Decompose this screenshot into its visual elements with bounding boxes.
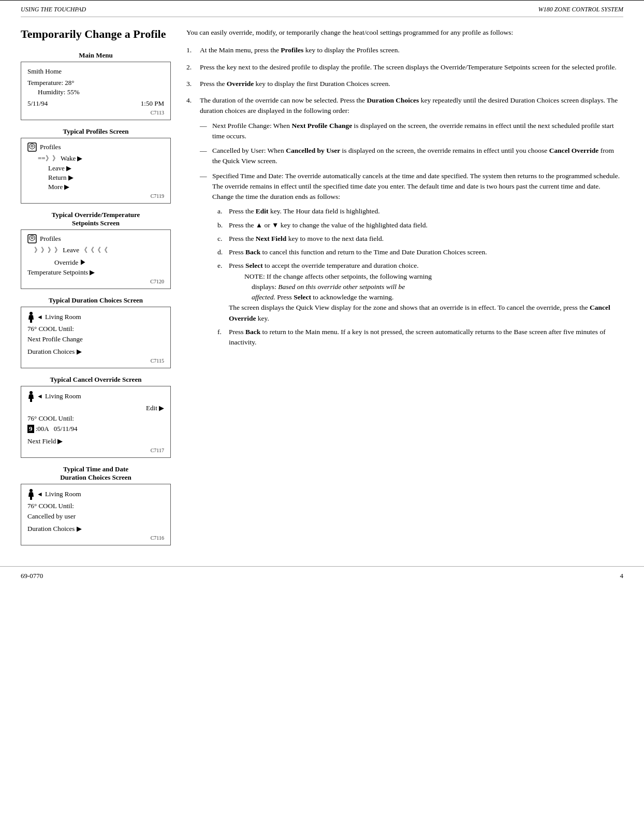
step-4-content: The duration of the override can now be … [200,95,623,355]
main-menu-time: 1:50 PM [141,99,164,108]
profiles-screen: Profiles ==》》 Wake ▶ Leave ▶ Return ▶ Mo… [21,138,171,204]
main-menu-date: 5/11/94 [27,99,48,108]
main-menu-smith: Smith Home [27,67,164,76]
duration-choice-2: — Cancelled by User: When Cancelled by U… [200,146,623,167]
cancel-room: Living Room [45,392,81,400]
alpha-e-bold2: Select [294,293,311,301]
svg-point-3 [31,237,33,239]
alpha-f-label: f. [217,327,229,348]
alpha-e-bold: Select [245,262,263,269]
cancel-screen: ◄ Living Room Edit ▶ 76° COOL Until: 9 :… [21,386,171,458]
alpha-d: d. Press Back to cancel this function an… [217,247,623,257]
alpha-e: e. Press Select to accept the override t… [217,261,623,324]
time-date-room: Living Room [45,490,81,498]
alpha-d-text: Press Back to cancel this function and r… [229,247,487,257]
profiles-more: More ▶ [27,183,164,191]
step-3: 3. Press the Override key to display the… [186,79,623,89]
dc2-bold2: Cancel Override [549,147,599,154]
alpha-d-label: d. [217,247,229,257]
step-1-num: 1. [186,45,200,55]
override-screen-label: Typical Override/Temperature Setpoints S… [21,211,171,227]
alpha-e-bold3: Cancel Override [229,304,610,322]
main-menu-screen: Smith Home Temperature: 28° Humidity: 55… [21,62,171,120]
footer-left: 69-0770 [21,572,43,580]
duration-choice-1: — Next Profile Change: When Next Profile… [200,121,623,142]
profiles-code: C7119 [27,193,164,199]
profiles-return: Return ▶ [27,174,164,182]
time-date-person-icon [27,488,35,500]
override-profiles-row: Profiles [27,234,164,243]
override-leave: 》》》》 Leave 《《《《 [27,246,164,255]
svg-point-1 [31,145,33,147]
time-date-temp: 76° COOL Until: [27,502,164,510]
step-2: 2. Press the key next to the desired pro… [186,62,623,73]
profiles-icon [27,142,37,152]
cancel-highlight: 9 [27,425,34,433]
time-date-screen: ◄ Living Room 76° COOL Until: Cancelled … [21,484,171,545]
alpha-c-bold: Next Field [256,235,287,242]
alpha-a: a. Press the Edit key. The Hour data fie… [217,206,623,217]
page-header: USING THE TOUCHPAD W180 ZONE CONTROL SYS… [0,0,644,17]
dash-1: — [200,121,212,142]
duration-temp: 76° COOL Until: [27,325,164,333]
cancel-code: C7117 [27,448,164,453]
alpha-b: b. Press the ▲ or ▼ key to change the va… [217,220,623,231]
cancel-edit-btn: Edit ▶ [27,404,164,412]
right-column: You can easily override, modify, or temp… [186,27,623,545]
duration-next-change: Next Profile Change [27,335,164,343]
step-1-bold-profiles: Profiles [281,46,303,54]
alpha-f-text: Press Back to return to the Main menu. I… [229,327,623,348]
alpha-f-bold: Back [245,328,260,336]
svg-point-4 [30,312,33,315]
profiles-leave: Leave ▶ [27,164,164,172]
main-menu-humidity: Humidity: 55% [27,88,164,96]
alpha-a-bold: Edit [256,207,269,215]
svg-point-5 [30,391,33,394]
override-profiles-text: Profiles [40,235,61,243]
override-code: C7120 [27,279,164,284]
time-date-screen-label: Typical Time and Date Duration Choices S… [21,465,171,482]
header-right: W180 ZONE CONTROL SYSTEM [538,6,623,13]
main-content: Temporarily Change a Profile Main Menu S… [0,17,644,556]
time-date-cancelled: Cancelled by user [27,512,164,521]
profiles-title-row: Profiles [27,142,164,152]
duration-screen: ◄ Living Room 76° COOL Until: Next Profi… [21,307,171,368]
cancel-time: 9 :00A 05/11/94 [27,425,164,433]
alpha-b-label: b. [217,220,229,231]
dc2-bold: Cancelled by User [286,147,340,154]
duration-person-icon [27,311,35,323]
override-btn: Override ▶ [27,258,164,267]
main-menu-label: Main Menu [21,51,171,60]
alpha-d-bold: Back [245,248,260,256]
time-date-duration-btn: Duration Choices ▶ [27,525,164,533]
step-4-num: 4. [186,95,200,355]
step-2-content: Press the key next to the desired profil… [200,62,623,73]
alpha-e-italic: Based on this override other setpoints w… [278,283,405,291]
step-3-num: 3. [186,79,200,89]
cancel-next-field-btn: Next Field ▶ [27,437,164,445]
profiles-screen-label: Typical Profiles Screen [21,127,171,136]
time-date-code: C7116 [27,535,164,541]
alpha-e-italic2: affected. [252,293,275,301]
dash-2: — [200,146,212,167]
main-menu-code: C7113 [27,110,164,116]
cancel-temp: 76° COOL Until: [27,414,164,423]
steps-list: 1. At the Main menu, press the Profiles … [186,45,623,355]
step-1-content: At the Main menu, press the Profiles key… [200,45,623,55]
page-footer: 69-0770 4 [0,566,644,585]
svg-point-6 [30,489,33,492]
alpha-c-label: c. [217,234,229,244]
duration-room: Living Room [45,313,81,321]
duration-choice-3: — Specified Time and Date: The override … [200,171,623,351]
step-3-content: Press the Override key to display the fi… [200,79,623,89]
cancel-room-row: ◄ Living Room [27,391,164,402]
alpha-a-text: Press the Edit key. The Hour data field … [229,206,380,217]
footer-right: 4 [620,572,624,580]
header-left: USING THE TOUCHPAD [21,6,86,13]
duration-choices-btn: Duration Choices ▶ [27,348,164,356]
cancel-screen-label: Typical Cancel Override Screen [21,376,171,384]
dash-3: — [200,171,212,351]
duration-choice-3-text: Specified Time and Date: The override au… [212,171,623,351]
alpha-e-note: NOTE: If the change affects other setpoi… [229,272,432,301]
step-3-bold-override: Override [227,80,254,88]
